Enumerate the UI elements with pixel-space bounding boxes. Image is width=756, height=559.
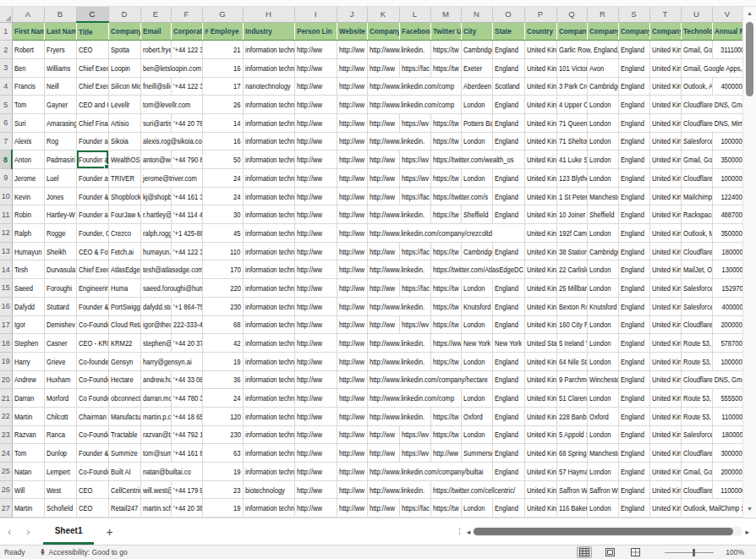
- cell-Q12[interactable]: 192f Camp: [556, 224, 587, 243]
- cell-V8[interactable]: 3500000: [712, 151, 742, 169]
- cell-R26[interactable]: Saffron W: [587, 480, 618, 499]
- cell-S18[interactable]: England: [618, 334, 649, 353]
- cell-V7[interactable]: 1000000: [712, 132, 742, 151]
- cell-H4[interactable]: nanotechnology: [243, 77, 294, 96]
- cell-P21[interactable]: United Kin: [524, 389, 556, 408]
- cell-N17[interactable]: London: [461, 315, 492, 334]
- cell-H12[interactable]: information technology: [243, 224, 294, 243]
- cell-P6[interactable]: United Kin: [524, 113, 556, 132]
- cell-I23[interactable]: http://ww: [294, 425, 337, 444]
- horizontal-scrollbar[interactable]: ⁞ ◂ ▸: [458, 527, 756, 536]
- cell-K25[interactable]: http://www.linkedin.com/company/builtai: [367, 463, 492, 481]
- cell-T17[interactable]: United Kin: [649, 315, 681, 334]
- cell-T19[interactable]: United Kin: [649, 352, 681, 370]
- cell-J12[interactable]: http://ww: [337, 224, 367, 243]
- cell-U14[interactable]: MailJet, O: [681, 260, 712, 279]
- header-cell-L1[interactable]: Facebook: [399, 22, 430, 41]
- cell-I14[interactable]: http://ww: [294, 260, 337, 279]
- cell-C22[interactable]: Chairman: [76, 407, 108, 425]
- col-header-C[interactable]: C: [76, 7, 108, 22]
- col-header-R[interactable]: R: [587, 7, 618, 22]
- cell-B16[interactable]: Stuttard: [44, 297, 76, 315]
- cell-J23[interactable]: http://ww: [337, 425, 367, 444]
- header-cell-Q1[interactable]: Company: [556, 22, 587, 41]
- cell-Q8[interactable]: 41 Luke St: [556, 151, 587, 169]
- cell-Q5[interactable]: 4 Upper Cl: [556, 96, 587, 114]
- cell-D8[interactable]: WealthOS: [108, 151, 140, 169]
- cell-T25[interactable]: United Kin: [649, 463, 681, 481]
- cell-B3[interactable]: Williams: [44, 58, 76, 77]
- cell-O18[interactable]: New York: [492, 334, 524, 353]
- col-header-E[interactable]: E: [140, 7, 171, 22]
- cell-I22[interactable]: http://ww: [294, 407, 337, 425]
- cell-A13[interactable]: Humayun: [12, 242, 44, 260]
- cell-P2[interactable]: United Kin: [524, 41, 556, 59]
- cell-U10[interactable]: Mailchimp: [681, 187, 712, 206]
- cell-D9[interactable]: TRIVER: [108, 169, 140, 188]
- cell-U20[interactable]: Cloudflare DNS, Gmai: [681, 370, 742, 389]
- cell-J20[interactable]: http://ww: [337, 370, 367, 389]
- cell-S2[interactable]: England: [618, 41, 649, 59]
- cell-U22[interactable]: Route 53, 1: [681, 407, 712, 425]
- cell-E23[interactable]: razvan@tr: [140, 425, 171, 444]
- cell-T24[interactable]: United Kin: [649, 444, 681, 463]
- cell-R19[interactable]: London: [587, 352, 618, 370]
- cell-S22[interactable]: England: [618, 407, 649, 425]
- cell-I26[interactable]: http://ww: [294, 480, 337, 499]
- accessibility-status[interactable]: Accessibility: Good to go: [39, 548, 128, 556]
- header-cell-T1[interactable]: Company: [649, 22, 681, 41]
- cell-B17[interactable]: Demishev: [44, 315, 76, 334]
- cell-V22[interactable]: 11000000: [712, 407, 742, 425]
- scroll-right-icon[interactable]: ▸: [742, 528, 752, 536]
- cell-G15[interactable]: 220: [202, 279, 243, 298]
- cell-I24[interactable]: http://ww: [294, 444, 337, 463]
- cell-R14[interactable]: London: [587, 260, 618, 279]
- cell-P5[interactable]: United Kin: [524, 96, 556, 114]
- cell-B7[interactable]: Rog: [44, 132, 76, 151]
- cell-H24[interactable]: information technology: [243, 444, 294, 463]
- cell-Q3[interactable]: 101 Victor: [556, 58, 587, 77]
- row-header-16[interactable]: 16: [0, 297, 12, 315]
- cell-C8[interactable]: Founder a: [76, 151, 108, 169]
- cell-Q18[interactable]: 5 Ireland Y: [556, 334, 587, 353]
- cell-K23[interactable]: http://ww: [367, 425, 399, 444]
- cell-F4[interactable]: '+44 122 3: [171, 77, 202, 96]
- cell-V14[interactable]: 13000000: [712, 260, 742, 279]
- cell-S26[interactable]: England: [618, 480, 649, 499]
- cell-J9[interactable]: http://ww: [337, 169, 367, 188]
- cell-F12[interactable]: '+1 425-88: [171, 224, 202, 243]
- cell-F13[interactable]: '+44 122 3: [171, 242, 202, 260]
- header-cell-P1[interactable]: Country: [524, 22, 556, 41]
- cell-Q21[interactable]: 51 Clarend: [556, 389, 587, 408]
- cell-E19[interactable]: harry@gensyn.ai: [140, 352, 202, 370]
- cell-V17[interactable]: 2000000: [712, 315, 742, 334]
- cell-S20[interactable]: England: [618, 370, 649, 389]
- header-cell-N1[interactable]: City: [461, 22, 492, 41]
- cell-E3[interactable]: ben@letsloopin.com: [140, 58, 202, 77]
- cell-Q9[interactable]: 123 Blythe: [556, 169, 587, 188]
- cell-R12[interactable]: London: [587, 224, 618, 243]
- cell-P9[interactable]: United Kin: [524, 169, 556, 188]
- scrollbar-splitter-icon[interactable]: ⁞: [458, 527, 461, 536]
- cell-B27[interactable]: Schofield: [44, 499, 76, 518]
- cell-V18[interactable]: 5787000: [712, 334, 742, 353]
- cell-I3[interactable]: http://ww: [294, 58, 337, 77]
- row-header-21[interactable]: 21: [0, 389, 12, 408]
- cell-I9[interactable]: http://ww: [294, 169, 337, 188]
- cell-T13[interactable]: United Kin: [649, 242, 681, 260]
- cell-M9[interactable]: https://tw: [430, 169, 461, 188]
- cell-S17[interactable]: England: [618, 315, 649, 334]
- header-cell-D1[interactable]: Company: [108, 22, 140, 41]
- row-header-4[interactable]: 4: [0, 77, 12, 96]
- cell-I17[interactable]: http://ww: [294, 315, 337, 334]
- cell-D17[interactable]: Cloud Reta: [108, 315, 140, 334]
- cell-P14[interactable]: United Kin: [524, 260, 556, 279]
- cell-H21[interactable]: information technology: [243, 389, 294, 408]
- cell-L3[interactable]: https://fac: [399, 58, 430, 77]
- cell-S6[interactable]: England: [618, 113, 649, 132]
- cell-T22[interactable]: United Kin: [649, 407, 681, 425]
- cell-G21[interactable]: 24: [202, 389, 243, 408]
- cell-B15[interactable]: Foroughi: [44, 279, 76, 298]
- cell-O23[interactable]: England: [492, 425, 524, 444]
- cell-U12[interactable]: Outlook, M: [681, 224, 712, 243]
